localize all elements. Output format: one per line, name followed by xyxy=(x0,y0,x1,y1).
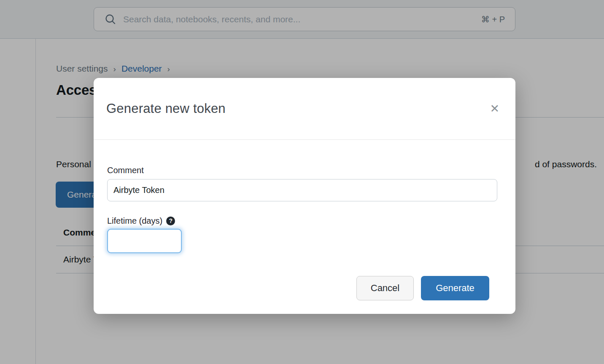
app-root: ⌘ + P User settings›Developer› Access to… xyxy=(0,0,604,364)
modal-body: Comment Lifetime (days) ? Cancel Generat… xyxy=(94,140,515,300)
close-button[interactable]: ✕ xyxy=(488,102,501,116)
comment-input[interactable] xyxy=(107,179,497,201)
modal-footer: Cancel Generate xyxy=(107,276,502,300)
generate-token-modal: Generate new token ✕ Comment Lifetime (d… xyxy=(94,78,515,314)
lifetime-label-row: Lifetime (days) ? xyxy=(107,216,502,226)
generate-button[interactable]: Generate xyxy=(421,276,489,300)
modal-title: Generate new token xyxy=(106,101,226,116)
lifetime-input[interactable] xyxy=(107,229,182,253)
cancel-button[interactable]: Cancel xyxy=(356,276,414,300)
comment-label: Comment xyxy=(107,166,144,175)
close-icon: ✕ xyxy=(490,102,499,115)
modal-header: Generate new token ✕ xyxy=(94,78,515,140)
lifetime-label: Lifetime (days) xyxy=(107,216,162,226)
help-icon[interactable]: ? xyxy=(166,217,175,225)
